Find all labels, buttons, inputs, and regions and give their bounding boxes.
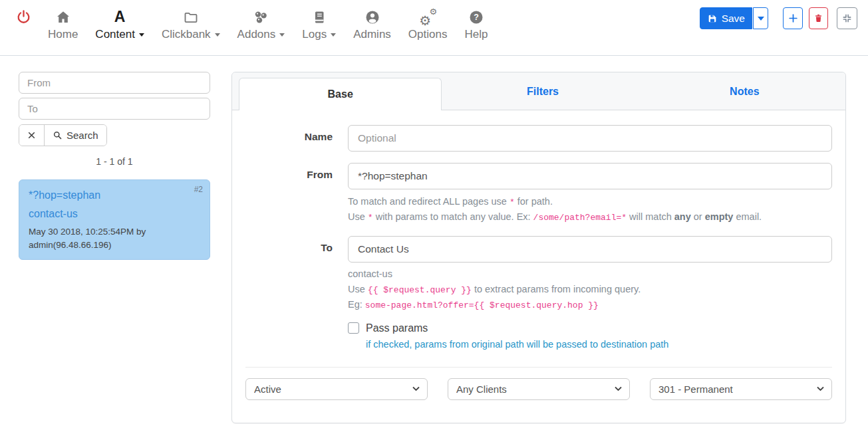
save-dropdown-button[interactable] bbox=[753, 7, 768, 29]
settings-row: Active Any Clients 301 - Permanent bbox=[245, 378, 832, 400]
trash-icon bbox=[813, 13, 823, 23]
nav-item-label: Help bbox=[464, 28, 488, 41]
search-button-group: Search bbox=[19, 124, 107, 146]
nav-item-logs[interactable]: Logs bbox=[293, 0, 345, 41]
clients-select-wrap: Any Clients bbox=[448, 378, 630, 400]
section-divider bbox=[245, 367, 832, 368]
content-icon: A bbox=[114, 8, 126, 26]
search-button[interactable]: Search bbox=[44, 125, 106, 146]
chevron-down-icon bbox=[279, 33, 285, 39]
close-icon bbox=[27, 131, 36, 140]
compress-icon bbox=[842, 13, 852, 23]
save-button[interactable]: Save bbox=[700, 7, 752, 29]
redirect-type-select[interactable]: 301 - Permanent bbox=[650, 378, 832, 400]
tab-base[interactable]: Base bbox=[239, 78, 442, 110]
toolbar: Save bbox=[700, 7, 857, 29]
nav-item-label: Options bbox=[408, 28, 448, 41]
item-number: #2 bbox=[194, 185, 203, 194]
nav-item-content[interactable]: A Content bbox=[86, 0, 153, 41]
chevron-down-icon bbox=[139, 33, 144, 39]
to-slug-text: contact-us bbox=[348, 269, 832, 279]
to-filter-input[interactable] bbox=[19, 98, 210, 120]
item-from-link[interactable]: *?hop=stephan bbox=[29, 186, 200, 205]
status-select[interactable]: Active bbox=[245, 378, 428, 400]
to-help-text: Use {{ $request.query }} to extract para… bbox=[348, 282, 832, 312]
from-filter-input[interactable] bbox=[19, 72, 210, 94]
tab-bar: Base Filters Notes bbox=[232, 72, 845, 110]
clients-select[interactable]: Any Clients bbox=[448, 378, 630, 400]
search-sidebar: Search 1 - 1 of 1 #2 *?hop=stephan conta… bbox=[19, 72, 210, 260]
addons-icon bbox=[253, 8, 269, 26]
save-floppy-icon bbox=[707, 13, 718, 24]
top-navbar: Home A Content Clickbank Addons Logs bbox=[0, 0, 868, 56]
home-icon bbox=[55, 8, 71, 26]
pass-params-option[interactable]: Pass params bbox=[348, 322, 832, 334]
search-button-label: Search bbox=[67, 130, 98, 141]
name-input[interactable] bbox=[348, 125, 832, 152]
nav-item-label: Addons bbox=[237, 28, 276, 41]
nav-item-label: Content bbox=[95, 28, 135, 41]
add-new-button[interactable] bbox=[783, 7, 803, 29]
nav-item-addons[interactable]: Addons bbox=[229, 0, 294, 41]
chevron-down-icon bbox=[331, 33, 336, 39]
hop-list-item[interactable]: #2 *?hop=stephan contact-us May 30 2018,… bbox=[19, 179, 210, 260]
nav-item-options[interactable]: ⚙⚙ Options bbox=[400, 0, 456, 41]
nav-item-label: Clickbank bbox=[162, 28, 211, 41]
logout-button[interactable] bbox=[9, 0, 39, 27]
to-label: To bbox=[245, 236, 333, 312]
folder-icon bbox=[183, 8, 199, 26]
to-row: To contact-us Use {{ $request.query }} t… bbox=[245, 236, 832, 312]
pass-params-row: Pass params if checked, params from orig… bbox=[245, 321, 832, 350]
nav-item-clickbank[interactable]: Clickbank bbox=[153, 0, 229, 41]
from-input[interactable] bbox=[348, 163, 832, 189]
nav-item-label: Home bbox=[48, 28, 78, 41]
redirect-type-select-wrap: 301 - Permanent bbox=[650, 378, 832, 400]
user-icon bbox=[364, 8, 380, 26]
question-circle-icon: ? bbox=[468, 8, 484, 26]
from-row: From To match and redirect ALL pages use… bbox=[245, 163, 832, 225]
svg-text:?: ? bbox=[474, 13, 479, 22]
logs-book-icon bbox=[311, 8, 327, 26]
collapse-button[interactable] bbox=[837, 7, 857, 29]
nav-item-home[interactable]: Home bbox=[39, 0, 86, 41]
to-input[interactable] bbox=[348, 236, 832, 263]
nav-item-label: Admins bbox=[353, 28, 391, 41]
nav-item-help[interactable]: ? Help bbox=[456, 0, 496, 41]
tab-notes[interactable]: Notes bbox=[644, 72, 845, 110]
clear-search-button[interactable] bbox=[19, 125, 44, 146]
nav-item-label: Logs bbox=[302, 28, 327, 41]
item-to-link[interactable]: contact-us bbox=[29, 205, 200, 223]
pass-params-label: Pass params bbox=[366, 322, 428, 334]
from-label: From bbox=[245, 163, 333, 225]
chevron-down-icon bbox=[215, 33, 220, 39]
tab-filters[interactable]: Filters bbox=[442, 72, 643, 110]
chevron-down-icon bbox=[758, 17, 764, 24]
result-count: 1 - 1 of 1 bbox=[19, 156, 210, 167]
hop-editor-card: Base Filters Notes Name From To match an… bbox=[231, 72, 846, 423]
search-icon bbox=[53, 130, 63, 140]
delete-button[interactable] bbox=[809, 7, 828, 29]
from-help-text: To match and redirect ALL pages use * fo… bbox=[348, 194, 832, 225]
gears-icon: ⚙⚙ bbox=[419, 8, 436, 26]
pass-params-help: if checked, params from original path wi… bbox=[366, 339, 832, 350]
name-row: Name bbox=[245, 125, 832, 152]
power-icon bbox=[16, 17, 31, 27]
item-meta: May 30 2018, 10:25:54PM by admin(96.48.6… bbox=[29, 225, 200, 253]
nav-item-admins[interactable]: Admins bbox=[345, 0, 400, 41]
plus-icon bbox=[788, 13, 799, 24]
name-label: Name bbox=[245, 125, 333, 152]
status-select-wrap: Active bbox=[245, 378, 428, 400]
save-button-label: Save bbox=[722, 13, 745, 25]
pass-params-checkbox[interactable] bbox=[348, 322, 359, 334]
